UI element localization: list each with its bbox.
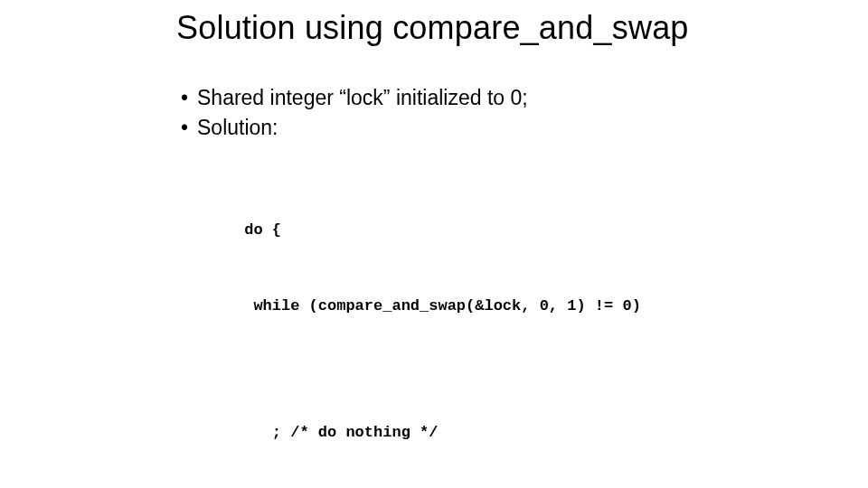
bullet-text: Solution: xyxy=(197,113,278,143)
slide-title: Solution using compare_and_swap xyxy=(176,9,689,47)
bullet-dot-icon: • xyxy=(181,113,197,143)
bullet-item: • Solution: xyxy=(181,113,528,143)
bullet-dot-icon: • xyxy=(181,83,197,113)
code-line: do { xyxy=(235,218,641,243)
bullet-item: • Shared integer “lock” initialized to 0… xyxy=(181,83,528,113)
code-block: do { while (compare_and_swap(&lock, 0, 1… xyxy=(235,167,641,488)
code-line: while (compare_and_swap(&lock, 0, 1) != … xyxy=(235,294,641,319)
bullet-text: Shared integer “lock” initialized to 0; xyxy=(197,83,528,113)
slide: Solution using compare_and_swap • Shared… xyxy=(0,0,868,488)
code-line: ; /* do nothing */ xyxy=(235,420,641,446)
bullet-list: • Shared integer “lock” initialized to 0… xyxy=(181,83,528,144)
